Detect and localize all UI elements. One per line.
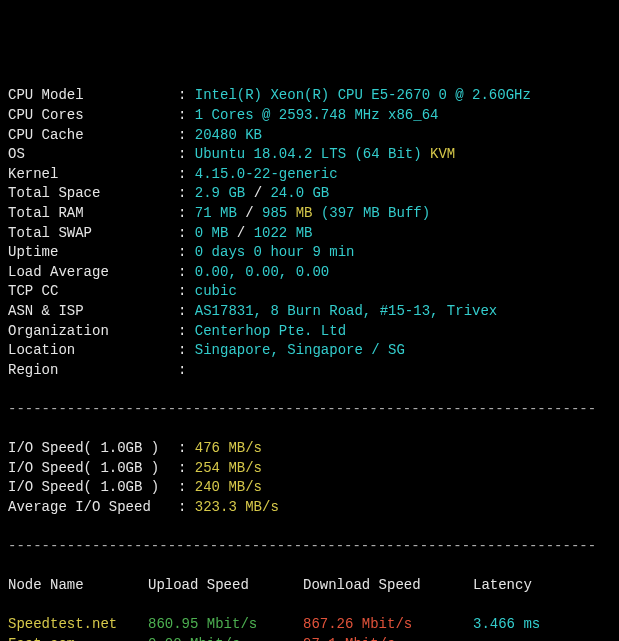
info-label: Region: [8, 361, 178, 381]
info-label: I/O Speed( 1.0GB ): [8, 439, 178, 459]
info-label: CPU Model: [8, 86, 178, 106]
system-info-block: CPU Model: Intel(R) Xeon(R) CPU E5-2670 …: [8, 86, 611, 380]
col-header-node: Node Name: [8, 576, 148, 596]
info-label: Organization: [8, 322, 178, 342]
colon: :: [178, 244, 195, 260]
info-value: 20480 KB: [195, 127, 262, 143]
upload-cell: 860.95 Mbit/s: [148, 615, 303, 635]
colon: :: [178, 440, 195, 456]
info-value: AS17831, 8 Burn Road, #15-13, Trivex: [195, 303, 497, 319]
colon: :: [178, 166, 195, 182]
divider: ----------------------------------------…: [8, 400, 611, 420]
info-label: TCP CC: [8, 282, 178, 302]
info-row: Total RAM: 71 MB / 985 MB (397 MB Buff): [8, 204, 611, 224]
info-value: 323.3 MB/s: [195, 499, 279, 515]
colon: :: [178, 342, 195, 358]
colon: :: [178, 205, 195, 221]
info-row: Organization: Centerhop Pte. Ltd: [8, 322, 611, 342]
info-label: Uptime: [8, 243, 178, 263]
node-name: Fast.com: [8, 635, 93, 641]
info-row: I/O Speed( 1.0GB ): 254 MB/s: [8, 459, 611, 479]
node-cell: Fast.com: [8, 635, 148, 641]
col-header-upload: Upload Speed: [148, 576, 303, 596]
colon: :: [178, 460, 195, 476]
node-name: Speedtest.net: [8, 615, 93, 635]
info-value: Centerhop Pte. Ltd: [195, 323, 346, 339]
colon: :: [178, 107, 195, 123]
info-label: I/O Speed( 1.0GB ): [8, 478, 178, 498]
info-row: OS: Ubuntu 18.04.2 LTS (64 Bit) KVM: [8, 145, 611, 165]
info-value: 1 Cores @ 2593.748 MHz x86_64: [195, 107, 439, 123]
info-label: Total RAM: [8, 204, 178, 224]
info-value: 24.0 GB: [270, 185, 329, 201]
info-value: cubic: [195, 283, 237, 299]
colon: :: [178, 87, 195, 103]
info-value: /: [237, 225, 254, 241]
info-row: ASN & ISP: AS17831, 8 Burn Road, #15-13,…: [8, 302, 611, 322]
info-label: CPU Cache: [8, 126, 178, 146]
io-speed-block: I/O Speed( 1.0GB ): 476 MB/sI/O Speed( 1…: [8, 439, 611, 517]
info-value: /: [245, 205, 262, 221]
speedtest-table: Speedtest.net860.95 Mbit/s867.26 Mbit/s3…: [8, 615, 611, 641]
info-value: (397 MB Buff): [321, 205, 430, 221]
info-label: CPU Cores: [8, 106, 178, 126]
speed-row: Fast.com0.00 Mbit/s97.1 Mbit/s-: [8, 635, 611, 641]
colon: :: [178, 283, 195, 299]
info-row: Total SWAP: 0 MB / 1022 MB: [8, 224, 611, 244]
info-value: 0 MB: [195, 225, 237, 241]
download-cell: 97.1 Mbit/s: [303, 635, 473, 641]
speed-row: Speedtest.net860.95 Mbit/s867.26 Mbit/s3…: [8, 615, 611, 635]
info-row: Location: Singapore, Singapore / SG: [8, 341, 611, 361]
info-label: Kernel: [8, 165, 178, 185]
info-value: 4.15.0-22-generic: [195, 166, 338, 182]
colon: :: [178, 362, 195, 378]
info-row: Uptime: 0 days 0 hour 9 min: [8, 243, 611, 263]
info-label: Load Average: [8, 263, 178, 283]
colon: :: [178, 499, 195, 515]
colon: :: [178, 225, 195, 241]
upload-cell: 0.00 Mbit/s: [148, 635, 303, 641]
info-value: 254 MB/s: [195, 460, 262, 476]
colon: :: [178, 185, 195, 201]
info-row: TCP CC: cubic: [8, 282, 611, 302]
info-row: Region:: [8, 361, 611, 381]
divider: ----------------------------------------…: [8, 537, 611, 557]
col-header-latency: Latency: [473, 576, 532, 596]
colon: :: [178, 127, 195, 143]
info-value: Ubuntu 18.04.2 LTS (64 Bit): [195, 146, 430, 162]
info-row: Average I/O Speed: 323.3 MB/s: [8, 498, 611, 518]
info-value: 476 MB/s: [195, 440, 262, 456]
info-row: Load Average: 0.00, 0.00, 0.00: [8, 263, 611, 283]
info-value: KVM: [430, 146, 455, 162]
download-cell: 867.26 Mbit/s: [303, 615, 473, 635]
info-label: ASN & ISP: [8, 302, 178, 322]
info-value: 1022 MB: [254, 225, 313, 241]
info-label: Location: [8, 341, 178, 361]
colon: :: [178, 479, 195, 495]
info-value: 71 MB: [195, 205, 245, 221]
info-value: 0 days 0 hour 9 min: [195, 244, 355, 260]
info-value: 240 MB/s: [195, 479, 262, 495]
info-value: Intel(R) Xeon(R) CPU E5-2670 0 @ 2.60GHz: [195, 87, 531, 103]
node-cell: Speedtest.net: [8, 615, 148, 635]
info-value: /: [254, 185, 271, 201]
colon: :: [178, 146, 195, 162]
info-label: I/O Speed( 1.0GB ): [8, 459, 178, 479]
colon: :: [178, 303, 195, 319]
col-header-download: Download Speed: [303, 576, 473, 596]
info-label: Total SWAP: [8, 224, 178, 244]
info-label: Total Space: [8, 184, 178, 204]
info-value: 2.9 GB: [195, 185, 254, 201]
info-row: CPU Cache: 20480 KB: [8, 126, 611, 146]
info-row: CPU Cores: 1 Cores @ 2593.748 MHz x86_64: [8, 106, 611, 126]
info-label: OS: [8, 145, 178, 165]
latency-cell: 3.466 ms: [473, 615, 540, 635]
info-row: CPU Model: Intel(R) Xeon(R) CPU E5-2670 …: [8, 86, 611, 106]
latency-cell: -: [473, 635, 481, 641]
info-value: 0.00, 0.00, 0.00: [195, 264, 329, 280]
info-row: Kernel: 4.15.0-22-generic: [8, 165, 611, 185]
speedtest-header: Node NameUpload SpeedDownload SpeedLaten…: [8, 576, 611, 596]
colon: :: [178, 323, 195, 339]
info-row: I/O Speed( 1.0GB ): 476 MB/s: [8, 439, 611, 459]
info-row: Total Space: 2.9 GB / 24.0 GB: [8, 184, 611, 204]
